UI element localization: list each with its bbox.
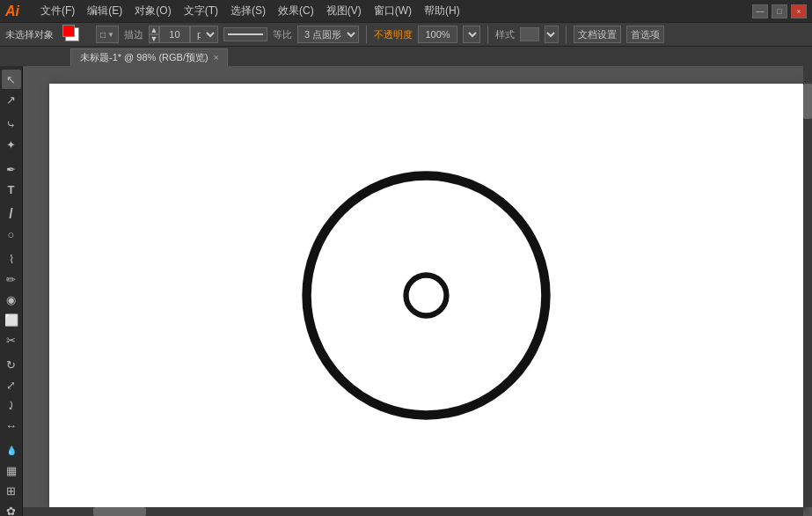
eraser-row: ⬜	[2, 310, 21, 329]
lasso-row: ⤷	[2, 114, 21, 134]
line-tool-button[interactable]: /	[2, 204, 21, 224]
opacity-unit-select[interactable]: %	[463, 26, 480, 43]
symbol-row: ✿	[2, 501, 21, 516]
eyedrop-row: 💧	[2, 440, 21, 460]
menu-help[interactable]: 帮助(H)	[419, 2, 465, 20]
pencil-icon: ✏	[6, 273, 16, 286]
magic-wand-tool-button[interactable]: ✦	[2, 135, 21, 154]
warp-icon: ⤸	[6, 399, 16, 412]
artwork-svg	[49, 84, 803, 507]
menu-view[interactable]: 视图(V)	[321, 2, 367, 20]
style-swatch[interactable]	[520, 27, 539, 41]
canvas-area[interactable]	[23, 66, 812, 516]
stroke-label: 描边	[124, 28, 143, 41]
selection-tool-button[interactable]: ↖	[2, 70, 21, 89]
paintbrush-icon: ⌇	[9, 253, 14, 266]
mesh-row: ⊞	[2, 481, 21, 500]
warp-row: ⤸	[2, 395, 21, 415]
stroke-unit-select[interactable]: px	[190, 26, 218, 43]
eraser-icon: ⬜	[4, 313, 18, 327]
mesh-tool-button[interactable]: ⊞	[2, 481, 21, 500]
style-select[interactable]: ▼	[545, 26, 559, 43]
fill-stroke-swatches	[62, 25, 89, 44]
pencil-row: ✏	[2, 269, 21, 289]
paintbrush-tool-button[interactable]: ⌇	[2, 249, 21, 269]
menu-select[interactable]: 选择(S)	[225, 2, 271, 20]
magic-wand-row: ✦	[2, 135, 21, 154]
ellipse-icon: ○	[8, 228, 15, 241]
pen-icon: ✒	[6, 163, 16, 176]
line-row: /	[2, 204, 21, 224]
eyedropper-icon: 💧	[6, 446, 17, 455]
scale-icon: ⤢	[6, 379, 16, 392]
rotate-icon: ↻	[6, 358, 16, 372]
mesh-icon: ⊞	[6, 484, 16, 498]
fill-swatch-red[interactable]	[62, 25, 75, 37]
small-center-circle[interactable]	[406, 275, 446, 315]
symbol-icon: ✿	[6, 505, 16, 517]
direct-selection-tool-button[interactable]: ↗	[2, 90, 21, 109]
doc-settings-button[interactable]: 文档设置	[574, 26, 621, 43]
lasso-tool-button[interactable]: ⤷	[2, 114, 21, 134]
tab-label: 未标题-1* @ 98% (RGB/预览)	[80, 51, 208, 64]
text-icon: T	[8, 183, 15, 196]
scissors-tool-button[interactable]: ✂	[2, 330, 21, 350]
selection-icon: ↖	[6, 73, 16, 86]
rotate-tool-button[interactable]: ↻	[2, 355, 21, 374]
width-tool-button[interactable]: ↔	[2, 416, 21, 435]
text-tool-button[interactable]: T	[2, 180, 21, 199]
pen-tool-button[interactable]: ✒	[2, 159, 21, 179]
dots-style-select[interactable]: 3 点圆形	[297, 26, 359, 43]
preferences-button[interactable]: 首选项	[626, 26, 664, 43]
scale-row: ⤢	[2, 375, 21, 394]
maximize-button[interactable]: □	[772, 4, 787, 18]
eyedropper-tool-button[interactable]: 💧	[2, 440, 21, 460]
ellipse-tool-button[interactable]: ○	[2, 225, 21, 244]
magic-wand-icon: ✦	[6, 138, 16, 151]
stroke-value-input[interactable]: 10	[159, 26, 190, 43]
text-row: T	[2, 180, 21, 199]
menu-effect[interactable]: 效果(C)	[273, 2, 319, 20]
blob-brush-tool-button[interactable]: ◉	[2, 290, 21, 309]
opacity-input[interactable]	[418, 26, 457, 43]
blob-brush-icon: ◉	[6, 293, 16, 306]
horizontal-scrollbar[interactable]	[23, 507, 803, 516]
warp-tool-button[interactable]: ⤸	[2, 395, 21, 415]
menu-window[interactable]: 窗口(W)	[369, 2, 417, 20]
brush-row: ⌇	[2, 249, 21, 269]
scale-tool-button[interactable]: ⤢	[2, 375, 21, 394]
menu-object[interactable]: 对象(O)	[129, 2, 176, 20]
minimize-button[interactable]: —	[752, 4, 768, 18]
chevron-down-icon: ▼	[107, 31, 114, 39]
menu-text[interactable]: 文字(T)	[179, 2, 223, 20]
document-tab[interactable]: 未标题-1* @ 98% (RGB/预览) ×	[70, 48, 228, 66]
gradient-row: ▦	[2, 461, 21, 480]
stroke-line-preview	[228, 33, 263, 35]
blob-row: ◉	[2, 290, 21, 309]
menu-edit[interactable]: 编辑(E)	[82, 2, 128, 20]
horizontal-scrollbar-thumb[interactable]	[93, 507, 146, 516]
selection-tools-row: ↖	[2, 70, 21, 89]
line-icon: /	[9, 206, 12, 222]
tab-close-button[interactable]: ×	[214, 53, 219, 63]
tab-bar: 未标题-1* @ 98% (RGB/预览) ×	[0, 47, 812, 66]
pencil-tool-button[interactable]: ✏	[2, 269, 21, 289]
pen-row: ✒	[2, 159, 21, 179]
stroke-selector[interactable]: □ ▼	[96, 26, 119, 43]
symbol-tool-button[interactable]: ✿	[2, 501, 21, 516]
titlebar: Ai 文件(F) 编辑(E) 对象(O) 文字(T) 选择(S) 效果(C) 视…	[0, 0, 812, 22]
stroke-line-style[interactable]	[223, 27, 267, 41]
width-row: ↔	[2, 416, 21, 435]
close-button[interactable]: ×	[791, 4, 807, 18]
vertical-scrollbar[interactable]	[803, 66, 812, 507]
eraser-tool-button[interactable]: ⬜	[2, 310, 21, 329]
menu-file[interactable]: 文件(F)	[35, 2, 80, 20]
stroke-box-icon: □	[100, 30, 106, 40]
vertical-scrollbar-thumb[interactable]	[803, 84, 812, 119]
divider-1	[366, 26, 367, 43]
scissors-row: ✂	[2, 330, 21, 350]
no-selection-label: 未选择对象	[5, 28, 54, 41]
stroke-up-arrow[interactable]: ▲	[149, 26, 159, 34]
gradient-tool-button[interactable]: ▦	[2, 461, 21, 480]
stroke-down-arrow[interactable]: ▼	[149, 34, 159, 43]
